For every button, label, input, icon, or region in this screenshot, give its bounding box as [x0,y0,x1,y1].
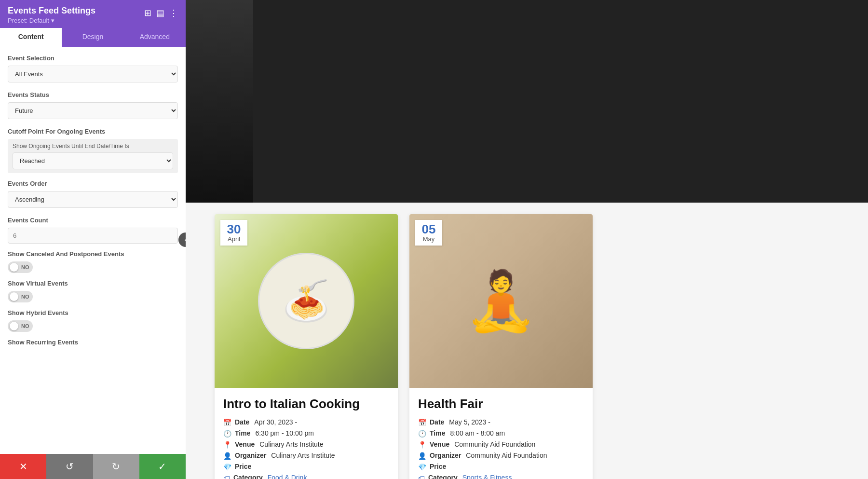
show-canceled-toggle-label: NO [21,264,29,270]
panel-toolbar: ✕ ↺ ↻ ✓ [0,454,186,479]
tab-advanced[interactable]: Advanced [124,28,186,47]
cutoff-label: Cutoff Point For Ongoing Events [8,128,178,135]
event-2-category-link[interactable]: Sports & Fitness [462,474,512,479]
event-1-category-label: Category [233,474,263,479]
event-1-time-label: Time [235,429,250,437]
header-icons: ⊞ ▤ ⋮ [144,8,178,18]
event-2-organizer-value: Community Aid Foundation [466,452,547,459]
event-1-organizer-value: Culinary Arts Institute [271,452,335,459]
save-icon: ✓ [158,461,166,472]
clock-icon-2: 🕐 [418,430,426,438]
event-1-price-detail: 💎 Price [223,463,389,471]
panel-body: Event Selection All Events Events Status… [0,47,186,454]
event-selection-label: Event Selection [8,55,178,62]
event-2-organizer-label: Organizer [430,452,461,459]
event-1-price-label: Price [235,463,251,470]
event-2-category-label: Category [428,474,458,479]
location-icon: 📍 [223,441,231,449]
event-2-date-detail: 📅 Date May 5, 2023 - [418,418,584,426]
show-virtual-toggle[interactable]: NO [8,291,33,302]
event-1-venue-detail: 📍 Venue Culinary Arts Institute [223,440,389,449]
event-2-date-day: 05 [420,223,437,235]
price-icon-2: 💎 [418,463,426,471]
hero-dark-section [186,0,868,203]
redo-icon: ↻ [112,461,120,472]
price-icon: 💎 [223,463,231,471]
show-recurring-label: Show Recurring Events [8,339,178,346]
category-icon: 🏷 [223,474,230,479]
undo-icon: ↺ [66,461,74,472]
event-1-venue-value: Culinary Arts Institute [259,440,323,448]
left-panel: Events Feed Settings Preset: Default ▾ ⊞… [0,0,186,479]
show-hybrid-toggle-row: NO [8,320,178,332]
redo-button[interactable]: ↻ [93,454,139,479]
events-order-select[interactable]: Ascending [8,191,178,208]
event-1-date-value: Apr 30, 2023 - [254,418,297,426]
event-1-date-day: 30 [225,223,243,235]
event-2-time-label: Time [430,429,445,437]
toggle-knob-3 [10,322,18,330]
event-1-time-value: 6:30 pm - 10:00 pm [255,429,313,437]
cutoff-select[interactable]: Reached [13,152,173,169]
event-1-venue-label: Venue [235,440,255,448]
event-2-price-detail: 💎 Price [418,463,584,471]
panel-title: Events Feed Settings [8,6,95,16]
event-1-category-link[interactable]: Food & Drink [268,474,307,479]
show-virtual-label: Show Virtual Events [8,280,178,287]
maximize-icon[interactable]: ⊞ [144,8,151,18]
cancel-icon: ✕ [19,461,27,472]
event-2-date-month: May [420,235,437,243]
event-1-body: Intro to Italian Cooking 📅 Date Apr 30, … [215,388,398,479]
show-hybrid-toggle-label: NO [21,323,29,329]
hero-dark-image [186,0,253,203]
event-1-organizer-detail: 👤 Organizer Culinary Arts Institute [223,452,389,460]
show-virtual-toggle-label: NO [21,294,29,300]
layout-icon[interactable]: ▤ [156,8,164,18]
events-status-label: Events Status [8,91,178,98]
event-2-organizer-detail: 👤 Organizer Community Aid Foundation [418,452,584,460]
panel-header: Events Feed Settings Preset: Default ▾ ⊞… [0,0,186,28]
cancel-button[interactable]: ✕ [0,454,46,479]
show-hybrid-label: Show Hybrid Events [8,309,178,316]
tab-design[interactable]: Design [62,28,123,47]
event-card-2: 🧘 05 May Health Fair 📅 Date May 5, 2023 … [409,214,593,479]
event-selection-select[interactable]: All Events [8,66,178,82]
cutoff-wrapper: Show Ongoing Events Until End Date/Time … [8,139,178,173]
food-plate-icon: 🍝 [258,253,354,349]
panel-preset[interactable]: Preset: Default ▾ [8,17,95,24]
event-2-venue-label: Venue [430,440,449,448]
organizer-icon-2: 👤 [418,452,426,460]
more-icon[interactable]: ⋮ [169,8,178,18]
event-2-venue-value: Community Aid Foundation [454,440,535,448]
events-count-label: Events Count [8,217,178,224]
show-canceled-label: Show Canceled And Postponed Events [8,250,178,258]
event-2-time-detail: 🕐 Time 8:00 am - 8:00 am [418,429,584,438]
event-1-time-detail: 🕐 Time 6:30 pm - 10:00 pm [223,429,389,438]
event-2-category-detail: 🏷 Category Sports & Fitness [418,474,584,479]
event-1-date-month: April [225,235,243,243]
location-icon-2: 📍 [418,441,426,449]
toggle-knob-2 [10,292,18,301]
event-2-price-label: Price [430,463,446,470]
cutoff-option-text: Show Ongoing Events Until End Date/Time … [13,143,173,150]
event-2-title: Health Fair [418,397,584,411]
toggle-knob [10,263,18,272]
event-2-date-value: May 5, 2023 - [449,418,490,426]
event-1-date-detail: 📅 Date Apr 30, 2023 - [223,418,389,426]
events-grid: 🍝 30 April Intro to Italian Cooking 📅 Da… [186,203,868,479]
event-1-organizer-label: Organizer [235,452,266,459]
event-1-category-detail: 🏷 Category Food & Drink [223,474,389,479]
clock-icon: 🕐 [223,430,231,438]
save-button[interactable]: ✓ [139,454,186,479]
show-canceled-toggle[interactable]: NO [8,261,33,273]
show-virtual-toggle-row: NO [8,291,178,302]
event-2-body: Health Fair 📅 Date May 5, 2023 - 🕐 Time … [409,388,593,479]
show-hybrid-toggle[interactable]: NO [8,320,33,332]
events-status-select[interactable]: Future [8,102,178,119]
event-2-date-badge: 05 May [415,220,442,246]
events-count-input[interactable] [8,228,178,244]
organizer-icon: 👤 [223,452,231,460]
undo-button[interactable]: ↺ [46,454,93,479]
event-1-title: Intro to Italian Cooking [223,397,389,411]
tab-content[interactable]: Content [0,28,62,47]
